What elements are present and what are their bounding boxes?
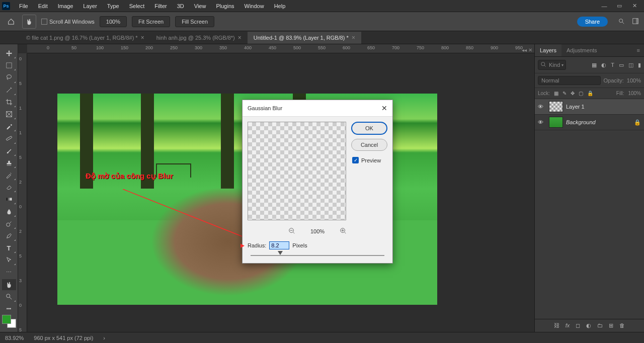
menu-image[interactable]: Image bbox=[53, 1, 78, 11]
move-tool[interactable] bbox=[2, 48, 16, 59]
status-zoom[interactable]: 83.92% bbox=[5, 335, 24, 341]
blend-mode-select[interactable]: Normal bbox=[538, 76, 601, 85]
status-dimensions[interactable]: 960 px x 541 px (72 ppi) bbox=[34, 335, 93, 341]
minimize-icon[interactable]: — bbox=[597, 1, 612, 11]
edit-toolbar[interactable]: ⋯ bbox=[2, 267, 16, 278]
search-icon[interactable] bbox=[618, 18, 625, 26]
lock-transparent-icon[interactable]: ▦ bbox=[554, 91, 558, 96]
visibility-icon[interactable]: 👁 bbox=[538, 119, 546, 125]
menu-help[interactable]: Help bbox=[269, 1, 291, 11]
history-brush-tool[interactable] bbox=[2, 169, 16, 181]
fit-screen-button[interactable]: Fit Screen bbox=[132, 16, 170, 27]
lock-all-icon[interactable]: 🔒 bbox=[587, 91, 593, 96]
slider-handle-icon[interactable] bbox=[278, 251, 283, 255]
preview-checkbox[interactable]: ✓ Preview bbox=[352, 157, 387, 163]
tab-adjustments[interactable]: Adjustments bbox=[561, 44, 602, 56]
filter-type-icon[interactable]: T bbox=[611, 62, 614, 68]
new-layer-icon[interactable]: ⊞ bbox=[609, 322, 613, 329]
toolbar-more[interactable]: ••• bbox=[2, 303, 16, 314]
marquee-tool[interactable] bbox=[2, 60, 16, 71]
blur-tool[interactable] bbox=[2, 206, 16, 217]
menu-window[interactable]: Window bbox=[239, 1, 269, 11]
tab-layers[interactable]: Layers bbox=[535, 44, 561, 56]
hand-tool[interactable] bbox=[2, 279, 16, 290]
maximize-icon[interactable]: ▭ bbox=[612, 1, 627, 11]
menu-select[interactable]: Select bbox=[124, 1, 150, 11]
tab-close-icon[interactable]: × bbox=[352, 34, 355, 41]
opacity-value[interactable]: 100% bbox=[627, 77, 641, 83]
stamp-tool[interactable] bbox=[2, 157, 16, 168]
layer-name[interactable]: Background bbox=[566, 119, 596, 125]
pen-tool[interactable] bbox=[2, 230, 16, 241]
foreground-color-swatch[interactable] bbox=[2, 315, 11, 324]
zoom-100-button[interactable]: 100% bbox=[100, 16, 127, 27]
fill-value[interactable]: 100% bbox=[628, 91, 641, 96]
filter-shape-icon[interactable]: ▭ bbox=[619, 62, 624, 68]
layer-thumbnail[interactable] bbox=[549, 101, 563, 112]
status-chevron-icon[interactable]: › bbox=[103, 335, 105, 341]
radius-input[interactable] bbox=[269, 241, 289, 249]
layer-thumbnail[interactable] bbox=[549, 117, 563, 128]
gradient-tool[interactable] bbox=[2, 194, 16, 205]
brush-tool[interactable] bbox=[2, 145, 16, 156]
document-tab[interactable]: © file cat 1.png @ 16.7% (Layer 1, RGB/8… bbox=[20, 32, 150, 44]
ok-button[interactable]: OK bbox=[351, 122, 387, 135]
menu-layer[interactable]: Layer bbox=[78, 1, 102, 11]
workspace-icon[interactable] bbox=[632, 18, 639, 26]
layer-row[interactable]: 👁Layer 1 bbox=[535, 99, 644, 115]
share-button[interactable]: Share bbox=[577, 17, 608, 27]
dialog-titlebar[interactable]: Gaussian Blur ✕ bbox=[243, 100, 392, 117]
panel-menu-icon[interactable]: ≡ bbox=[633, 44, 644, 56]
zoom-in-icon[interactable] bbox=[340, 227, 347, 235]
menu-filter[interactable]: Filter bbox=[149, 1, 172, 11]
panel-collapse-icon[interactable]: ◂◂ ✕ bbox=[522, 47, 532, 53]
filter-smart-icon[interactable]: ◫ bbox=[628, 62, 633, 68]
layer-mask-icon[interactable]: ◻ bbox=[576, 322, 580, 329]
layer-row[interactable]: 👁Background🔒 bbox=[535, 115, 644, 130]
current-tool-icon[interactable] bbox=[22, 15, 36, 29]
home-button[interactable] bbox=[5, 16, 17, 28]
dialog-preview-image[interactable] bbox=[248, 122, 346, 220]
delete-layer-icon[interactable]: 🗑 bbox=[619, 322, 625, 329]
menu-type[interactable]: Type bbox=[102, 1, 124, 11]
quick-select-tool[interactable] bbox=[2, 84, 16, 96]
filter-pixel-icon[interactable]: ▦ bbox=[592, 62, 597, 68]
tab-close-icon[interactable]: × bbox=[141, 34, 144, 41]
visibility-icon[interactable]: 👁 bbox=[538, 104, 546, 110]
type-tool[interactable]: T bbox=[2, 242, 16, 253]
lock-image-icon[interactable]: ✎ bbox=[562, 91, 567, 96]
layer-name[interactable]: Layer 1 bbox=[566, 104, 585, 110]
lasso-tool[interactable] bbox=[2, 72, 16, 83]
document-tab[interactable]: hinh anh.jpg @ 25.3% (RGB/8*)× bbox=[150, 32, 248, 44]
cancel-button[interactable]: Cancel bbox=[351, 139, 387, 151]
link-layers-icon[interactable]: ⛓ bbox=[554, 322, 559, 329]
frame-tool[interactable] bbox=[2, 109, 16, 120]
layer-fx-icon[interactable]: fx bbox=[566, 322, 570, 329]
filter-toggle-icon[interactable]: ▮ bbox=[638, 62, 641, 68]
lock-artboard-icon[interactable]: ▢ bbox=[579, 91, 583, 96]
path-select-tool[interactable] bbox=[2, 254, 16, 266]
group-icon[interactable]: 🗀 bbox=[597, 322, 603, 329]
zoom-out-icon[interactable] bbox=[288, 227, 295, 235]
fill-screen-button[interactable]: Fill Screen bbox=[175, 16, 214, 27]
color-swatches[interactable] bbox=[2, 315, 16, 328]
menu-edit[interactable]: Edit bbox=[33, 1, 53, 11]
menu-view[interactable]: View bbox=[189, 1, 211, 11]
radius-slider[interactable] bbox=[243, 253, 392, 263]
lock-position-icon[interactable]: ✥ bbox=[571, 91, 575, 96]
zoom-tool[interactable] bbox=[2, 291, 16, 302]
healing-tool[interactable] bbox=[2, 133, 16, 144]
menu-3d[interactable]: 3D bbox=[172, 1, 189, 11]
menu-file[interactable]: File bbox=[14, 1, 33, 11]
filter-adjust-icon[interactable]: ◐ bbox=[601, 62, 606, 68]
crop-tool[interactable] bbox=[2, 97, 16, 108]
document-tab[interactable]: Untitled-1 @ 83.9% (Layer 1, RGB/8) *× bbox=[248, 32, 361, 44]
tab-close-icon[interactable]: × bbox=[238, 34, 242, 41]
menu-plugins[interactable]: Plugins bbox=[211, 1, 239, 11]
close-icon[interactable]: ✕ bbox=[627, 1, 642, 11]
adjustment-layer-icon[interactable]: ◐ bbox=[586, 322, 591, 329]
eyedropper-tool[interactable] bbox=[2, 121, 16, 132]
dialog-close-button[interactable]: ✕ bbox=[381, 104, 387, 112]
layer-kind-filter[interactable]: Kind ▾ bbox=[538, 60, 566, 70]
eraser-tool[interactable] bbox=[2, 182, 16, 193]
